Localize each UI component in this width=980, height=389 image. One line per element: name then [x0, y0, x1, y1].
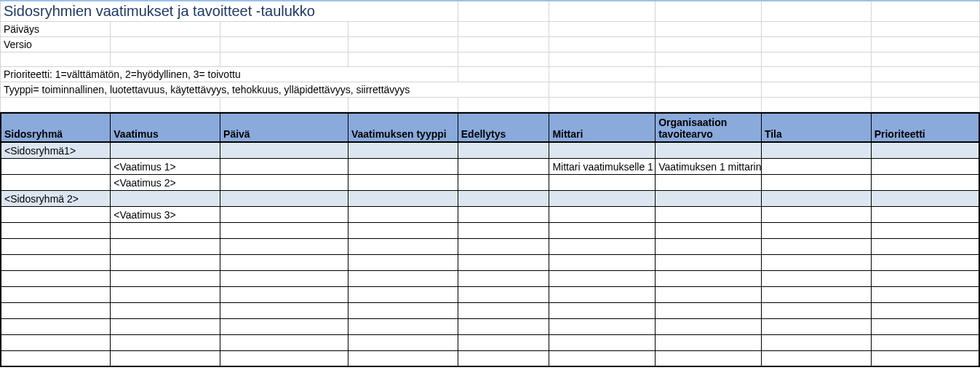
cell-c8[interactable]	[761, 334, 871, 350]
cell-c5[interactable]	[458, 302, 549, 318]
cell-c9[interactable]	[871, 158, 979, 174]
cell-c3[interactable]	[220, 302, 348, 318]
cell-c8[interactable]	[761, 206, 871, 222]
cell-c8[interactable]	[761, 174, 871, 190]
cell-c8[interactable]	[761, 222, 871, 238]
cell-c3[interactable]	[220, 334, 348, 350]
cell-c6[interactable]	[549, 174, 656, 190]
cell-c3[interactable]	[220, 206, 348, 222]
cell-c2[interactable]	[111, 254, 220, 270]
cell-c8[interactable]	[761, 302, 871, 318]
cell-c7[interactable]	[656, 174, 762, 190]
cell-c6[interactable]	[549, 222, 656, 238]
cell-c4[interactable]	[348, 302, 458, 318]
cell-c1[interactable]: <Sidosryhmä1>	[1, 142, 111, 158]
cell-c4[interactable]	[348, 158, 458, 174]
cell-c3[interactable]	[220, 190, 348, 206]
cell-c3[interactable]	[220, 286, 348, 302]
cell-c9[interactable]	[871, 222, 979, 238]
cell-c1[interactable]	[1, 238, 111, 254]
cell-c2[interactable]: <Vaatimus 2>	[111, 174, 220, 190]
cell-c3[interactable]	[220, 158, 348, 174]
cell-c7[interactable]	[656, 222, 762, 238]
cell-c9[interactable]	[871, 270, 979, 286]
cell-c1[interactable]	[1, 318, 111, 334]
cell-c2[interactable]: <Vaatimus 3>	[111, 206, 220, 222]
cell-c7[interactable]	[656, 286, 762, 302]
cell-c9[interactable]	[871, 350, 979, 366]
cell-c8[interactable]	[761, 318, 871, 334]
cell-c5[interactable]	[458, 206, 549, 222]
cell-c6[interactable]: Mittari vaatimukselle 1	[549, 158, 656, 174]
cell-c1[interactable]	[1, 158, 111, 174]
cell-c2[interactable]: <Vaatimus 1>	[111, 158, 220, 174]
cell-c6[interactable]	[549, 206, 656, 222]
cell-c2[interactable]	[111, 350, 220, 366]
cell-c7[interactable]	[656, 334, 762, 350]
cell-c8[interactable]	[761, 350, 871, 366]
cell-c6[interactable]	[549, 190, 656, 206]
cell-c4[interactable]	[348, 334, 458, 350]
meta-version-value[interactable]	[110, 37, 220, 52]
cell-c2[interactable]	[111, 142, 220, 158]
cell-c2[interactable]	[111, 222, 220, 238]
cell-c5[interactable]	[458, 334, 549, 350]
cell-c1[interactable]	[1, 174, 111, 190]
cell-c8[interactable]	[761, 270, 871, 286]
cell-c4[interactable]	[348, 222, 458, 238]
cell-c8[interactable]	[761, 142, 871, 158]
cell-c7[interactable]	[656, 318, 762, 334]
cell-c6[interactable]	[549, 270, 656, 286]
cell-c1[interactable]	[1, 334, 111, 350]
cell-c8[interactable]	[761, 286, 871, 302]
cell-c6[interactable]	[549, 286, 656, 302]
cell-c3[interactable]	[220, 174, 348, 190]
cell-c9[interactable]	[871, 286, 979, 302]
cell-c2[interactable]	[111, 318, 220, 334]
cell-c3[interactable]	[220, 238, 348, 254]
cell-c9[interactable]	[871, 318, 979, 334]
cell-c5[interactable]	[458, 350, 549, 366]
cell-c4[interactable]	[348, 174, 458, 190]
cell-c7[interactable]	[656, 270, 762, 286]
cell-c1[interactable]	[1, 222, 111, 238]
cell-c9[interactable]	[871, 190, 979, 206]
cell-c8[interactable]	[761, 238, 871, 254]
cell-c4[interactable]	[348, 142, 458, 158]
cell-c5[interactable]	[458, 222, 549, 238]
cell-c4[interactable]	[348, 238, 458, 254]
cell-c9[interactable]	[871, 302, 979, 318]
cell-c4[interactable]	[348, 190, 458, 206]
cell-c9[interactable]	[871, 142, 979, 158]
cell-c6[interactable]	[549, 142, 656, 158]
cell-c2[interactable]	[111, 190, 220, 206]
cell-c2[interactable]	[111, 270, 220, 286]
cell-c1[interactable]	[1, 206, 111, 222]
cell-c5[interactable]	[458, 270, 549, 286]
cell-c9[interactable]	[871, 334, 979, 350]
cell-c1[interactable]	[1, 254, 111, 270]
cell-c5[interactable]	[458, 238, 549, 254]
cell-c4[interactable]	[348, 270, 458, 286]
cell-c1[interactable]: <Sidosryhmä 2>	[1, 190, 111, 206]
cell-c1[interactable]	[1, 270, 111, 286]
cell-c3[interactable]	[220, 350, 348, 366]
cell-c6[interactable]	[549, 350, 656, 366]
cell-c3[interactable]	[220, 222, 348, 238]
cell-c9[interactable]	[871, 254, 979, 270]
cell-c9[interactable]	[871, 206, 979, 222]
cell-c6[interactable]	[549, 254, 656, 270]
cell-c6[interactable]	[549, 302, 656, 318]
cell-c5[interactable]	[458, 254, 549, 270]
cell-c6[interactable]	[549, 334, 656, 350]
cell-c5[interactable]	[458, 174, 549, 190]
cell-c5[interactable]	[458, 190, 549, 206]
cell-c5[interactable]	[458, 318, 549, 334]
cell-c2[interactable]	[111, 302, 220, 318]
meta-date-value[interactable]	[110, 22, 220, 37]
cell-c7[interactable]	[656, 238, 762, 254]
cell-c5[interactable]	[458, 142, 549, 158]
cell-c3[interactable]	[220, 318, 348, 334]
cell-c8[interactable]	[761, 254, 871, 270]
cell-c7[interactable]: Vaatimuksen 1 mittarin tavoitearvo	[656, 158, 762, 174]
